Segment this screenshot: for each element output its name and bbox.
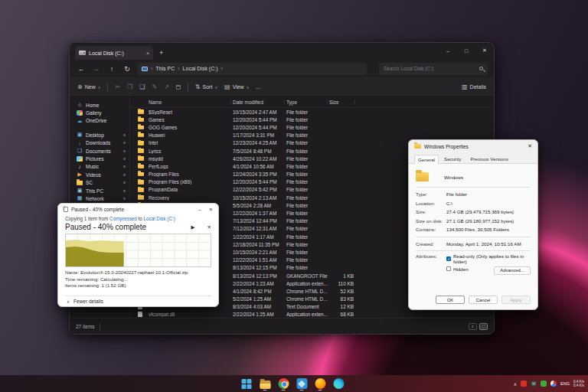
resume-button[interactable]: ▶ <box>191 224 195 230</box>
file-row[interactable]: Games12/20/2024 5:44 PMFile folder <box>130 116 494 123</box>
fewer-details-button[interactable]: ∧ Fewer details <box>65 296 211 306</box>
sidebar-item-network[interactable]: ▦Network <box>70 194 129 202</box>
tray-browser-icon[interactable] <box>550 381 557 387</box>
taskbar-firefox[interactable] <box>314 376 327 391</box>
chrome-icon <box>278 378 289 389</box>
file-name: Lyrics <box>149 149 233 154</box>
column-header-size[interactable]: Size <box>329 100 357 105</box>
sidebar-item-home[interactable]: ⌂Home <box>70 101 129 109</box>
tab-general[interactable]: General <box>414 155 439 164</box>
folder-name-field[interactable]: Windows <box>444 175 463 180</box>
tray-app-icon-red[interactable] <box>521 381 527 387</box>
close-icon[interactable]: ✕ <box>528 143 532 149</box>
sidebar-item-videos[interactable]: ▶Videos <box>70 171 129 178</box>
sidebar-item-desktop[interactable]: ▣Desktop <box>70 131 129 139</box>
source-folder-link[interactable]: Compressed <box>109 216 137 221</box>
taskbar-file-explorer[interactable] <box>259 376 272 391</box>
ok-button[interactable]: OK <box>436 296 465 304</box>
search-box[interactable] <box>379 63 488 75</box>
minimize-button[interactable]: – <box>198 207 201 213</box>
maximize-button[interactable]: □ <box>457 43 475 58</box>
taskbar-edge[interactable] <box>332 376 345 391</box>
folder-icon <box>138 109 144 114</box>
breadcrumb-item[interactable]: Local Disk (C:) <box>183 66 218 71</box>
search-input[interactable] <box>384 66 479 71</box>
read-only-checkbox[interactable] <box>446 256 451 261</box>
sidebar-item-pictures[interactable]: Pictures <box>70 155 129 162</box>
column-header-date-modified[interactable]: Date modified <box>233 100 286 105</box>
explorer-titlebar[interactable]: Local Disk (C:) × + – □ ✕ <box>70 43 494 60</box>
apply-button[interactable]: Apply <box>501 296 531 304</box>
forward-button[interactable]: → <box>91 65 102 73</box>
paste-icon[interactable]: ❏ <box>139 83 145 90</box>
minimize-button[interactable]: – <box>439 43 457 58</box>
properties-titlebar[interactable]: Windows Properties ✕ <box>409 140 537 152</box>
tab-previous-versions[interactable]: Previous Versions <box>466 154 512 163</box>
file-row[interactable]: $SysReset10/15/2024 2:47 AMFile folder <box>130 108 494 116</box>
advanced-button[interactable]: Advanced... <box>494 266 531 275</box>
column-header-type[interactable]: Type <box>286 100 329 105</box>
sidebar-item-music[interactable]: ♪Music <box>70 163 129 171</box>
copy-dialog-titlebar[interactable]: Paused - 40% complete – ✕ <box>58 204 218 215</box>
sidebar-item-sc[interactable]: SC <box>70 179 129 187</box>
close-button[interactable]: ✕ <box>475 43 494 58</box>
file-row[interactable]: GOG Games12/20/2024 5:44 PMFile folder <box>130 123 494 131</box>
divider <box>416 187 531 188</box>
new-tab-button[interactable]: + <box>159 49 163 57</box>
close-button[interactable]: ✕ <box>209 207 213 213</box>
download-speed: 0.4 K/s <box>573 384 584 388</box>
taskbar-photos[interactable] <box>296 376 309 391</box>
tray-app-icon-green[interactable] <box>541 381 547 387</box>
back-button[interactable]: ← <box>76 65 87 73</box>
file-type: File folder <box>286 234 329 240</box>
rename-icon[interactable]: ✎ <box>152 83 157 90</box>
up-button[interactable]: ↑ <box>106 65 117 73</box>
sidebar-item-onedrive[interactable]: ☁OneDrive <box>70 117 129 125</box>
sidebar-item-downloads[interactable]: ↓Downloads <box>70 139 129 147</box>
sidebar-item-gallery[interactable]: Gallery <box>70 109 129 116</box>
file-name: $SysReset <box>149 109 233 115</box>
file-row[interactable]: vfcompat.dll2/22/2024 1:25 AMApplication… <box>130 311 494 318</box>
file-row[interactable]: Huawei1/17/2024 3:31 PMFile folder <box>130 132 494 139</box>
tab-title: Local Disk (C:) <box>89 51 124 56</box>
taskbar-chrome[interactable] <box>277 376 290 391</box>
pin-icon <box>123 134 126 136</box>
details-pane-button[interactable]: ▥Details <box>462 83 486 90</box>
column-header-name[interactable]: Name <box>149 100 233 105</box>
view-button[interactable]: ▤View∨ <box>224 83 249 90</box>
file-name: msydd <box>149 156 233 162</box>
sidebar-item-this-pc[interactable]: ▣This PC <box>70 187 129 194</box>
tab-close-icon[interactable]: × <box>146 51 149 56</box>
file-date: 12/22/2024 1:37 AM <box>233 211 286 216</box>
refresh-button[interactable]: ↻ <box>122 65 132 73</box>
tray-app-icon-dark[interactable]: W <box>531 381 537 387</box>
breadcrumb-item[interactable]: This PC <box>155 66 175 71</box>
sidebar-item-documents[interactable]: ❏Documents <box>70 147 129 155</box>
file-date: 12/24/2024 3:35 PM <box>233 172 286 177</box>
file-date: 12/20/2024 5:44 PM <box>233 179 286 185</box>
folder-icon <box>138 133 144 138</box>
chevron-down-icon: ∨ <box>98 85 101 90</box>
network-icon: ▦ <box>77 195 83 201</box>
breadcrumb[interactable]: › This PC›Local Disk (C:)› <box>137 63 367 75</box>
sort-button[interactable]: ⇅Sort∨ <box>195 83 217 90</box>
copy-icon[interactable]: ❐ <box>127 83 132 90</box>
file-name: vfcompat.dll <box>149 312 233 317</box>
share-icon[interactable]: ↗ <box>164 83 169 90</box>
destination-folder-link[interactable]: Local Disk (C:) <box>144 216 175 221</box>
hidden-checkbox[interactable] <box>446 266 451 271</box>
cancel-button[interactable]: Cancel <box>469 296 498 304</box>
explorer-tab[interactable]: Local Disk (C:) × <box>75 46 153 60</box>
tab-security[interactable]: Security <box>440 154 465 163</box>
start-button[interactable] <box>240 376 253 391</box>
language-indicator[interactable]: ENG <box>560 381 570 386</box>
delete-icon[interactable] <box>176 85 181 90</box>
details-view-toggle[interactable]: ≡ <box>469 323 477 330</box>
new-button[interactable]: ⊕New∨ <box>77 83 100 90</box>
more-options-button[interactable]: ... <box>256 84 260 90</box>
icons-view-toggle[interactable]: ▢ <box>479 323 488 330</box>
cut-icon[interactable]: ✂ <box>115 83 120 90</box>
tray-expand-chevron-icon[interactable]: ∧ <box>514 381 517 387</box>
cancel-copy-button[interactable]: ✕ <box>207 224 211 230</box>
file-type: File folder <box>286 203 329 208</box>
